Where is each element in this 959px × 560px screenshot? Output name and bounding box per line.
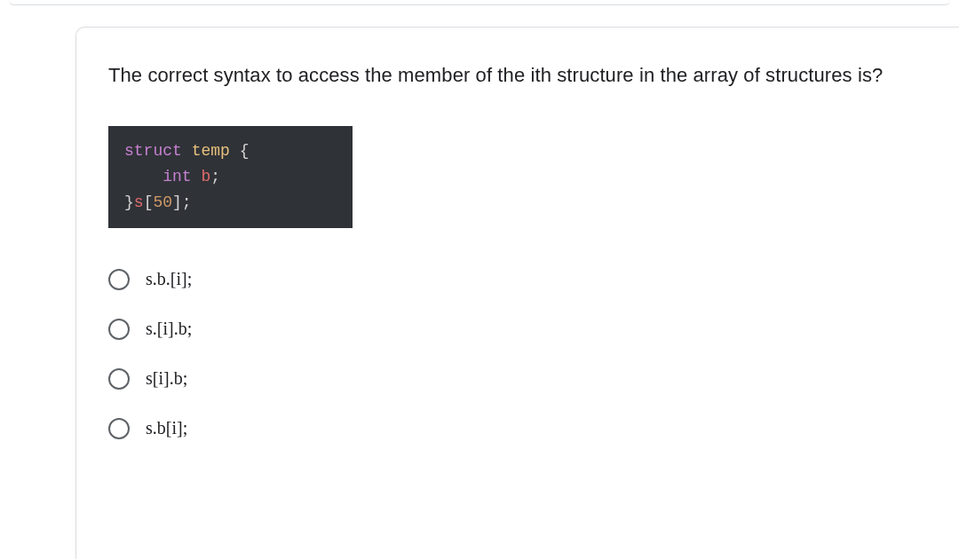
option-label: s.b.[i]; bbox=[146, 269, 192, 289]
code-var-b: b bbox=[201, 168, 210, 185]
option-3[interactable]: s[i].b; bbox=[108, 354, 927, 404]
code-brace-open: { bbox=[240, 142, 250, 160]
code-indent bbox=[124, 168, 162, 185]
radio-icon[interactable] bbox=[108, 418, 130, 439]
option-1[interactable]: s.b.[i]; bbox=[108, 255, 927, 304]
question-card: The correct syntax to access the member … bbox=[75, 27, 959, 559]
code-brace-close: } bbox=[124, 193, 134, 211]
radio-icon[interactable] bbox=[108, 269, 130, 290]
code-bracket-close: ]; bbox=[172, 193, 192, 211]
code-keyword-int: int bbox=[162, 168, 191, 185]
code-semicolon: ; bbox=[210, 168, 220, 185]
code-number: 50 bbox=[153, 193, 172, 211]
top-card-edge bbox=[9, 0, 950, 5]
radio-icon[interactable] bbox=[108, 319, 130, 340]
question-text: The correct syntax to access the member … bbox=[108, 59, 927, 91]
radio-icon[interactable] bbox=[108, 368, 130, 390]
option-label: s.b[i]; bbox=[146, 418, 187, 438]
code-var-s: s bbox=[134, 193, 144, 211]
code-snippet: struct temp { int b; }s[50]; bbox=[108, 126, 353, 227]
option-2[interactable]: s.[i].b; bbox=[108, 304, 927, 354]
option-label: s[i].b; bbox=[146, 368, 187, 389]
option-4[interactable]: s.b[i]; bbox=[108, 404, 927, 454]
code-keyword-struct: struct bbox=[124, 142, 182, 160]
options-list: s.b.[i]; s.[i].b; s[i].b; s.b[i]; bbox=[108, 255, 927, 454]
code-bracket-open: [ bbox=[144, 193, 154, 211]
code-struct-name: temp bbox=[192, 142, 230, 160]
option-label: s.[i].b; bbox=[146, 319, 192, 339]
